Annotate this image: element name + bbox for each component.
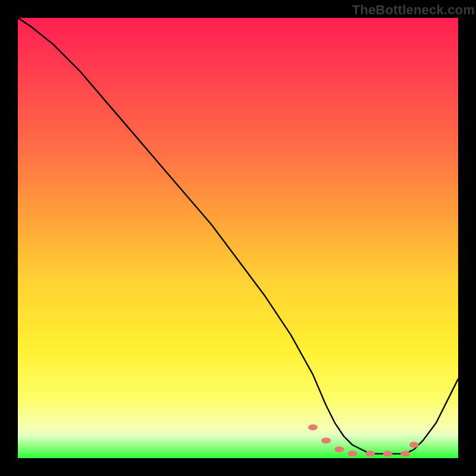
marker-dots xyxy=(308,424,419,456)
marker-dot xyxy=(347,451,357,457)
watermark-text: TheBottleneck.com xyxy=(352,2,475,18)
marker-dot xyxy=(308,424,318,430)
marker-dot xyxy=(383,451,393,457)
chart-plot-area xyxy=(18,18,458,458)
marker-dot xyxy=(400,451,410,457)
marker-dot xyxy=(334,446,344,452)
curve-path xyxy=(18,18,458,454)
bottleneck-curve xyxy=(18,18,458,454)
marker-dot xyxy=(321,437,331,443)
marker-dot xyxy=(409,442,419,448)
marker-dot xyxy=(365,451,375,457)
chart-frame: TheBottleneck.com xyxy=(0,0,476,476)
chart-svg-layer xyxy=(18,18,458,458)
